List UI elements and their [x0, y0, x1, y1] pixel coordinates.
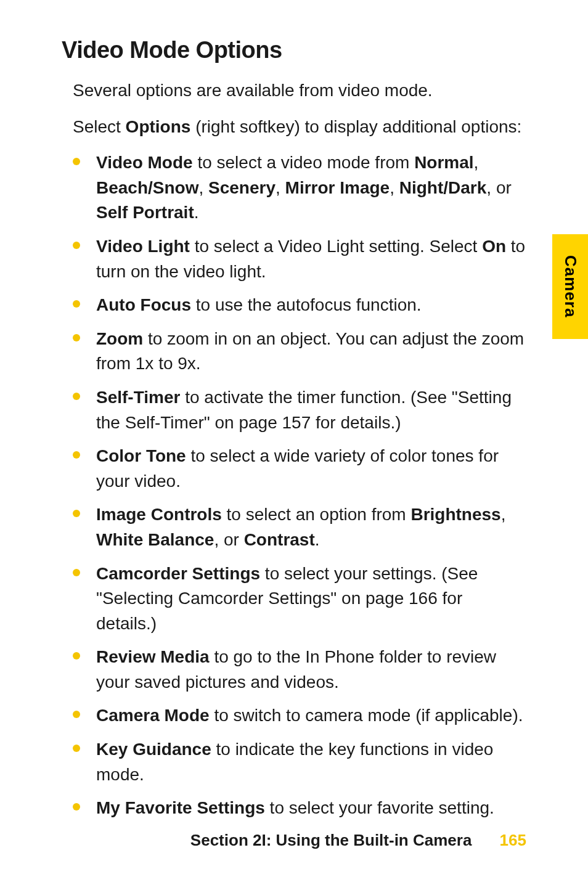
footer-section: Section 2I: Using the Built-in Camera: [190, 831, 472, 849]
bullet-icon: [73, 451, 80, 459]
option-term: My Favorite Settings: [96, 798, 265, 817]
side-tab: Camera: [552, 234, 588, 339]
option-term: Scenery: [208, 178, 276, 197]
option-term: Auto Focus: [96, 295, 191, 314]
bullet-icon: [73, 158, 80, 165]
list-item: My Favorite Settings to select your favo…: [73, 796, 526, 821]
option-text: to switch to camera mode (if applicable)…: [210, 706, 523, 725]
list-item: Video Mode to select a video mode from N…: [73, 150, 526, 226]
bullet-icon: [73, 711, 80, 718]
option-text: ,: [276, 178, 285, 197]
option-term: Video Light: [96, 237, 190, 256]
option-text: to select your favorite setting.: [265, 798, 494, 817]
option-term: Self-Timer: [96, 388, 180, 407]
option-term: Image Controls: [96, 505, 222, 524]
page-footer: Section 2I: Using the Built-in Camera 16…: [0, 831, 588, 850]
option-term: Night/Dark: [399, 178, 487, 197]
option-text: to select a video mode from: [193, 153, 415, 172]
footer-page-number: 165: [500, 831, 526, 849]
list-item: Zoom to zoom in on an object. You can ad…: [73, 327, 526, 377]
list-item: Camera Mode to switch to camera mode (if…: [73, 703, 526, 729]
side-tab-label: Camera: [561, 255, 580, 317]
list-item: Image Controls to select an option from …: [73, 502, 526, 552]
option-text: , or: [214, 530, 243, 549]
bullet-icon: [73, 334, 80, 341]
intro2-pre: Select: [73, 117, 126, 136]
list-item: Self-Timer to activate the timer functio…: [73, 385, 526, 435]
bullet-icon: [73, 242, 80, 249]
option-text: ,: [390, 178, 399, 197]
option-text: ,: [198, 178, 208, 197]
option-term: Video Mode: [96, 153, 193, 172]
bullet-icon: [73, 393, 80, 400]
options-list: Video Mode to select a video mode from N…: [73, 150, 526, 821]
bullet-icon: [73, 569, 80, 576]
option-term: Camcorder Settings: [96, 564, 260, 583]
option-term: White Balance: [96, 530, 214, 549]
list-item: Review Media to go to the In Phone folde…: [73, 645, 526, 695]
option-text: ,: [474, 153, 479, 172]
option-term: Key Guidance: [96, 740, 211, 759]
bullet-icon: [73, 300, 80, 308]
list-item: Video Light to select a Video Light sett…: [73, 234, 526, 284]
option-text: to select a Video Light setting. Select: [190, 237, 482, 256]
option-text: to zoom in on an object. You can adjust …: [96, 329, 524, 374]
option-term: Mirror Image: [285, 178, 390, 197]
option-text: to use the autofocus function.: [191, 295, 422, 314]
list-item: Color Tone to select a wide variety of c…: [73, 444, 526, 494]
bullet-icon: [73, 652, 80, 659]
option-text: to select an option from: [222, 505, 411, 524]
option-term: Color Tone: [96, 446, 186, 465]
option-term: Normal: [414, 153, 473, 172]
option-text: ,: [501, 505, 506, 524]
intro-line-2: Select Options (right softkey) to displa…: [73, 115, 526, 140]
option-term: Camera Mode: [96, 706, 210, 725]
option-term: Brightness: [410, 505, 500, 524]
bullet-icon: [73, 803, 80, 811]
list-item: Auto Focus to use the autofocus function…: [73, 293, 526, 318]
intro2-post: (right softkey) to display additional op…: [190, 117, 521, 136]
option-term: On: [482, 237, 506, 256]
list-item: Camcorder Settings to select your settin…: [73, 561, 526, 637]
option-term: Beach/Snow: [96, 178, 198, 197]
list-item: Key Guidance to indicate the key functio…: [73, 737, 526, 787]
intro2-bold: Options: [126, 117, 191, 136]
bullet-icon: [73, 745, 80, 752]
option-term: Zoom: [96, 329, 143, 348]
bullet-icon: [73, 510, 80, 517]
option-text: .: [315, 530, 320, 549]
option-term: Contrast: [244, 530, 315, 549]
option-term: Review Media: [96, 647, 210, 666]
page-container: Video Mode Options Several options are a…: [0, 0, 588, 882]
intro-line-1: Several options are available from video…: [73, 78, 526, 104]
option-text: .: [194, 203, 199, 222]
option-text: , or: [486, 178, 511, 197]
page-heading: Video Mode Options: [62, 37, 526, 63]
option-term: Self Portrait: [96, 203, 194, 222]
